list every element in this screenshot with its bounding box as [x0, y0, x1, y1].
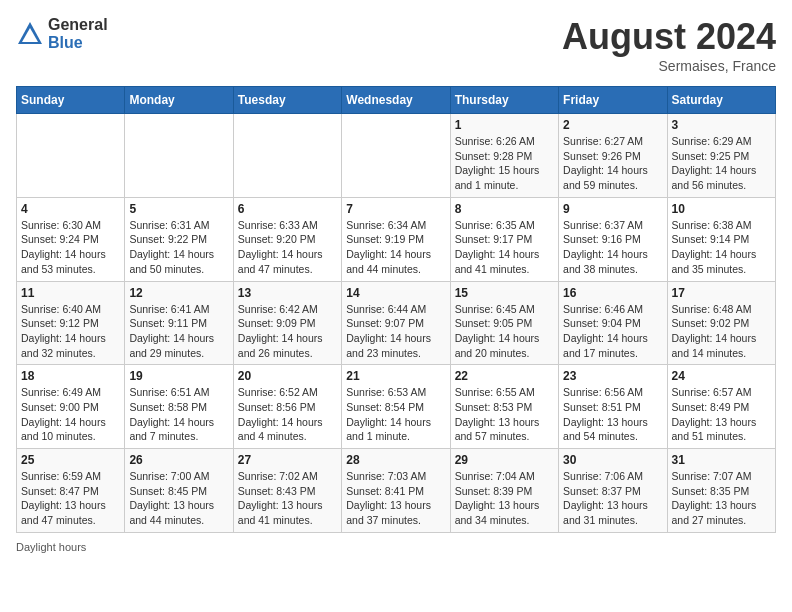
page-header: General Blue August 2024 Sermaises, Fran…: [16, 16, 776, 74]
day-info: Sunrise: 6:49 AM Sunset: 9:00 PM Dayligh…: [21, 385, 120, 444]
calendar-cell: 23Sunrise: 6:56 AM Sunset: 8:51 PM Dayli…: [559, 365, 667, 449]
day-info: Sunrise: 7:00 AM Sunset: 8:45 PM Dayligh…: [129, 469, 228, 528]
title-block: August 2024 Sermaises, France: [562, 16, 776, 74]
calendar-cell: 20Sunrise: 6:52 AM Sunset: 8:56 PM Dayli…: [233, 365, 341, 449]
calendar-cell: 1Sunrise: 6:26 AM Sunset: 9:28 PM Daylig…: [450, 114, 558, 198]
day-number: 13: [238, 286, 337, 300]
calendar-cell: 28Sunrise: 7:03 AM Sunset: 8:41 PM Dayli…: [342, 449, 450, 533]
day-info: Sunrise: 6:52 AM Sunset: 8:56 PM Dayligh…: [238, 385, 337, 444]
weekday-header: Wednesday: [342, 87, 450, 114]
day-number: 7: [346, 202, 445, 216]
day-number: 14: [346, 286, 445, 300]
calendar-cell: 30Sunrise: 7:06 AM Sunset: 8:37 PM Dayli…: [559, 449, 667, 533]
day-info: Sunrise: 7:06 AM Sunset: 8:37 PM Dayligh…: [563, 469, 662, 528]
calendar-cell: [342, 114, 450, 198]
day-number: 16: [563, 286, 662, 300]
calendar-cell: 14Sunrise: 6:44 AM Sunset: 9:07 PM Dayli…: [342, 281, 450, 365]
day-number: 9: [563, 202, 662, 216]
day-info: Sunrise: 7:02 AM Sunset: 8:43 PM Dayligh…: [238, 469, 337, 528]
day-info: Sunrise: 6:37 AM Sunset: 9:16 PM Dayligh…: [563, 218, 662, 277]
logo-blue-text: Blue: [48, 34, 108, 52]
calendar-table: SundayMondayTuesdayWednesdayThursdayFrid…: [16, 86, 776, 533]
day-number: 11: [21, 286, 120, 300]
day-number: 25: [21, 453, 120, 467]
day-number: 22: [455, 369, 554, 383]
logo-icon: [16, 20, 44, 48]
calendar-cell: 29Sunrise: 7:04 AM Sunset: 8:39 PM Dayli…: [450, 449, 558, 533]
calendar-cell: [125, 114, 233, 198]
calendar-cell: 17Sunrise: 6:48 AM Sunset: 9:02 PM Dayli…: [667, 281, 775, 365]
day-number: 21: [346, 369, 445, 383]
location-text: Sermaises, France: [562, 58, 776, 74]
calendar-cell: 2Sunrise: 6:27 AM Sunset: 9:26 PM Daylig…: [559, 114, 667, 198]
day-info: Sunrise: 6:51 AM Sunset: 8:58 PM Dayligh…: [129, 385, 228, 444]
calendar-body: 1Sunrise: 6:26 AM Sunset: 9:28 PM Daylig…: [17, 114, 776, 533]
calendar-header: SundayMondayTuesdayWednesdayThursdayFrid…: [17, 87, 776, 114]
calendar-cell: 6Sunrise: 6:33 AM Sunset: 9:20 PM Daylig…: [233, 197, 341, 281]
logo-general-text: General: [48, 16, 108, 34]
calendar-cell: 31Sunrise: 7:07 AM Sunset: 8:35 PM Dayli…: [667, 449, 775, 533]
calendar-cell: 4Sunrise: 6:30 AM Sunset: 9:24 PM Daylig…: [17, 197, 125, 281]
calendar-cell: 11Sunrise: 6:40 AM Sunset: 9:12 PM Dayli…: [17, 281, 125, 365]
day-number: 15: [455, 286, 554, 300]
day-info: Sunrise: 6:27 AM Sunset: 9:26 PM Dayligh…: [563, 134, 662, 193]
day-info: Sunrise: 6:29 AM Sunset: 9:25 PM Dayligh…: [672, 134, 771, 193]
day-info: Sunrise: 6:59 AM Sunset: 8:47 PM Dayligh…: [21, 469, 120, 528]
weekday-header: Tuesday: [233, 87, 341, 114]
calendar-cell: 16Sunrise: 6:46 AM Sunset: 9:04 PM Dayli…: [559, 281, 667, 365]
day-info: Sunrise: 6:30 AM Sunset: 9:24 PM Dayligh…: [21, 218, 120, 277]
calendar-cell: [233, 114, 341, 198]
calendar-cell: [17, 114, 125, 198]
calendar-cell: 12Sunrise: 6:41 AM Sunset: 9:11 PM Dayli…: [125, 281, 233, 365]
day-number: 19: [129, 369, 228, 383]
calendar-week-row: 25Sunrise: 6:59 AM Sunset: 8:47 PM Dayli…: [17, 449, 776, 533]
logo: General Blue: [16, 16, 108, 51]
calendar-week-row: 11Sunrise: 6:40 AM Sunset: 9:12 PM Dayli…: [17, 281, 776, 365]
day-info: Sunrise: 7:04 AM Sunset: 8:39 PM Dayligh…: [455, 469, 554, 528]
day-info: Sunrise: 6:31 AM Sunset: 9:22 PM Dayligh…: [129, 218, 228, 277]
calendar-cell: 21Sunrise: 6:53 AM Sunset: 8:54 PM Dayli…: [342, 365, 450, 449]
calendar-cell: 9Sunrise: 6:37 AM Sunset: 9:16 PM Daylig…: [559, 197, 667, 281]
day-info: Sunrise: 6:41 AM Sunset: 9:11 PM Dayligh…: [129, 302, 228, 361]
calendar-cell: 22Sunrise: 6:55 AM Sunset: 8:53 PM Dayli…: [450, 365, 558, 449]
day-number: 8: [455, 202, 554, 216]
calendar-cell: 13Sunrise: 6:42 AM Sunset: 9:09 PM Dayli…: [233, 281, 341, 365]
calendar-cell: 19Sunrise: 6:51 AM Sunset: 8:58 PM Dayli…: [125, 365, 233, 449]
day-number: 23: [563, 369, 662, 383]
weekday-header: Thursday: [450, 87, 558, 114]
calendar-cell: 3Sunrise: 6:29 AM Sunset: 9:25 PM Daylig…: [667, 114, 775, 198]
day-number: 5: [129, 202, 228, 216]
day-number: 31: [672, 453, 771, 467]
day-info: Sunrise: 6:46 AM Sunset: 9:04 PM Dayligh…: [563, 302, 662, 361]
weekday-header: Monday: [125, 87, 233, 114]
day-info: Sunrise: 7:07 AM Sunset: 8:35 PM Dayligh…: [672, 469, 771, 528]
calendar-cell: 15Sunrise: 6:45 AM Sunset: 9:05 PM Dayli…: [450, 281, 558, 365]
day-info: Sunrise: 6:34 AM Sunset: 9:19 PM Dayligh…: [346, 218, 445, 277]
day-info: Sunrise: 6:35 AM Sunset: 9:17 PM Dayligh…: [455, 218, 554, 277]
footer: Daylight hours: [16, 541, 776, 553]
weekday-header: Sunday: [17, 87, 125, 114]
day-number: 6: [238, 202, 337, 216]
calendar-cell: 7Sunrise: 6:34 AM Sunset: 9:19 PM Daylig…: [342, 197, 450, 281]
day-number: 20: [238, 369, 337, 383]
day-number: 27: [238, 453, 337, 467]
calendar-cell: 27Sunrise: 7:02 AM Sunset: 8:43 PM Dayli…: [233, 449, 341, 533]
calendar-cell: 10Sunrise: 6:38 AM Sunset: 9:14 PM Dayli…: [667, 197, 775, 281]
day-number: 30: [563, 453, 662, 467]
month-year-title: August 2024: [562, 16, 776, 58]
calendar-cell: 24Sunrise: 6:57 AM Sunset: 8:49 PM Dayli…: [667, 365, 775, 449]
calendar-week-row: 4Sunrise: 6:30 AM Sunset: 9:24 PM Daylig…: [17, 197, 776, 281]
weekday-header: Saturday: [667, 87, 775, 114]
day-info: Sunrise: 6:55 AM Sunset: 8:53 PM Dayligh…: [455, 385, 554, 444]
day-info: Sunrise: 6:48 AM Sunset: 9:02 PM Dayligh…: [672, 302, 771, 361]
day-number: 17: [672, 286, 771, 300]
day-number: 3: [672, 118, 771, 132]
day-number: 2: [563, 118, 662, 132]
day-info: Sunrise: 6:38 AM Sunset: 9:14 PM Dayligh…: [672, 218, 771, 277]
calendar-week-row: 1Sunrise: 6:26 AM Sunset: 9:28 PM Daylig…: [17, 114, 776, 198]
calendar-week-row: 18Sunrise: 6:49 AM Sunset: 9:00 PM Dayli…: [17, 365, 776, 449]
day-info: Sunrise: 6:45 AM Sunset: 9:05 PM Dayligh…: [455, 302, 554, 361]
day-info: Sunrise: 6:56 AM Sunset: 8:51 PM Dayligh…: [563, 385, 662, 444]
calendar-cell: 25Sunrise: 6:59 AM Sunset: 8:47 PM Dayli…: [17, 449, 125, 533]
day-info: Sunrise: 6:33 AM Sunset: 9:20 PM Dayligh…: [238, 218, 337, 277]
